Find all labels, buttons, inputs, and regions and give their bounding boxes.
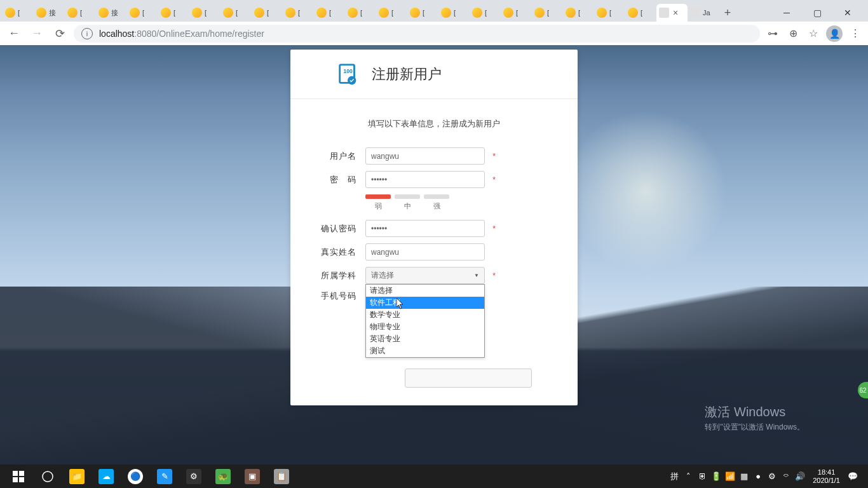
password-row: 密 码 * [316,171,552,188]
tray-volume-icon[interactable]: 🔊 [795,471,805,482]
browser-tab[interactable]: [ [220,4,252,22]
browser-tab[interactable]: [ [438,4,470,22]
tab-label: [ [298,9,300,17]
profile-avatar[interactable]: 👤 [826,25,843,42]
system-tray: 拼 ˄ ⛨ 🔋 📶 ▦ ● ⚙ ⌔ 🔊 18:41 2020/1/1 💬 [669,468,864,485]
browser-tab[interactable]: [ [563,4,594,22]
tray-battery-icon[interactable]: 🔋 [711,471,721,482]
tab-favicon [5,8,15,18]
taskbar-chrome[interactable]: 🔵 [121,464,150,488]
browser-tab[interactable]: [ [283,4,314,22]
dropdown-option[interactable]: 测试 [366,345,484,357]
dropdown-option[interactable]: 英语专业 [366,333,484,345]
dropdown-option[interactable]: 数学专业 [366,309,484,321]
subject-select[interactable]: 请选择 ▼ [365,267,485,284]
url-input[interactable]: i localhost:8080/OnlineExam/home/registe… [74,25,760,43]
tab-favicon [254,8,264,18]
submit-button[interactable] [405,369,532,388]
browser-tab[interactable]: 接 [96,4,127,22]
tray-app-icon[interactable]: ● [753,471,763,482]
new-tab-button[interactable]: + [719,4,736,22]
browser-tab[interactable]: [ [470,4,501,22]
browser-tab[interactable]: [ [532,4,563,22]
browser-tab[interactable]: [ [376,4,407,22]
tab-label: [ [360,9,362,17]
browser-tab[interactable]: [ [158,4,189,22]
zoom-icon[interactable]: ⊕ [785,26,801,41]
bookmark-star-icon[interactable]: ☆ [806,26,821,41]
card-header: 100 注册新用户 [290,50,578,99]
reload-button[interactable]: ⟳ [51,25,69,43]
password-input[interactable] [365,171,485,188]
realname-input[interactable] [365,243,485,261]
taskbar-app[interactable]: ⚙ [179,464,208,488]
tab-label: [ [18,9,20,17]
required-star: * [492,175,496,184]
taskbar-app[interactable]: ▣ [238,464,267,488]
cortana-button[interactable] [33,464,62,488]
tray-app-icon[interactable]: ⚙ [767,471,777,482]
browser-tab[interactable]: [ [625,4,656,22]
taskbar-app[interactable]: ✎ [150,464,179,488]
strength-bar-strong [424,194,449,199]
back-button[interactable]: ← [5,25,23,43]
browser-tab[interactable]: [ [189,4,220,22]
taskbar-file-explorer[interactable]: 📁 [62,464,92,488]
forward-button[interactable]: → [28,25,46,43]
tab-favicon [192,8,202,18]
tray-network-icon[interactable]: 📶 [725,471,735,482]
password-key-icon[interactable]: ⊶ [765,26,780,41]
browser-tab[interactable]: [ [314,4,345,22]
tray-security-icon[interactable]: ⛨ [697,471,707,482]
start-button[interactable] [4,464,33,488]
taskbar-app[interactable]: ☁ [92,464,121,488]
window-controls: ─ ▢ ✕ [774,4,865,22]
browser-tab[interactable]: [ [594,4,625,22]
tray-app-icon[interactable]: ▦ [739,471,749,482]
strength-labels: 弱 中 强 [365,201,552,211]
dropdown-option-label: 软件工程 [370,298,400,307]
tab-label: [ [267,9,269,17]
browser-tab[interactable]: [ [127,4,158,22]
taskbar-app[interactable]: 🐢 [208,464,238,488]
browser-tab-active[interactable]: × [656,4,688,22]
notification-icon[interactable]: 💬 [848,471,858,482]
taskbar: 📁 ☁ 🔵 ✎ ⚙ 🐢 ▣ 📋 拼 ˄ ⛨ 🔋 📶 ▦ ● ⚙ ⌔ 🔊 18:4… [0,464,868,488]
browser-tab[interactable]: [ [3,4,34,22]
address-bar: ← → ⟳ i localhost:8080/OnlineExam/home/r… [0,22,868,45]
svg-rect-6 [19,477,24,482]
tab-label: [ [516,9,518,17]
close-window-button[interactable]: ✕ [835,4,860,22]
dropdown-option[interactable]: 请选择 [366,285,484,297]
tray-up-icon[interactable]: ˄ [683,471,693,482]
browser-tab[interactable]: [ [345,4,376,22]
dropdown-option[interactable]: 物理专业 [366,321,484,333]
minimize-button[interactable]: ─ [774,4,799,22]
taskbar-app[interactable]: 📋 [267,464,296,488]
menu-icon[interactable]: ⋮ [848,26,863,41]
taskbar-clock[interactable]: 18:41 2020/1/1 [809,468,844,485]
browser-tab[interactable]: [ [407,4,438,22]
confirm-label: 确认密码 [316,223,365,234]
tray-wifi-icon[interactable]: ⌔ [781,471,791,482]
close-icon[interactable]: × [673,8,678,18]
maximize-button[interactable]: ▢ [804,4,830,22]
browser-tab[interactable]: 接 [34,4,65,22]
tab-label: [ [80,9,82,17]
strength-label-mid: 中 [395,201,420,211]
tab-label: [ [485,9,487,17]
browser-tab[interactable]: [ [65,4,96,22]
tray-ime-icon[interactable]: 拼 [669,471,679,482]
browser-tab[interactable]: [ [501,4,532,22]
card-body: 填写以下表单信息，注册成为新用户 用户名 * 密 码 * [290,99,578,400]
confirm-input[interactable] [365,220,485,237]
site-info-icon[interactable]: i [81,28,93,39]
browser-tab[interactable]: [ [252,4,283,22]
browser-tab[interactable]: Ja [688,4,719,22]
dropdown-option-highlighted[interactable]: 软件工程 [366,297,484,309]
tab-favicon [67,8,78,18]
username-row: 用户名 * [316,147,552,165]
username-input[interactable] [365,147,485,165]
watermark-subtitle: 转到"设置"以激活 Windows。 [705,422,804,433]
strength-bar-weak [365,194,391,199]
